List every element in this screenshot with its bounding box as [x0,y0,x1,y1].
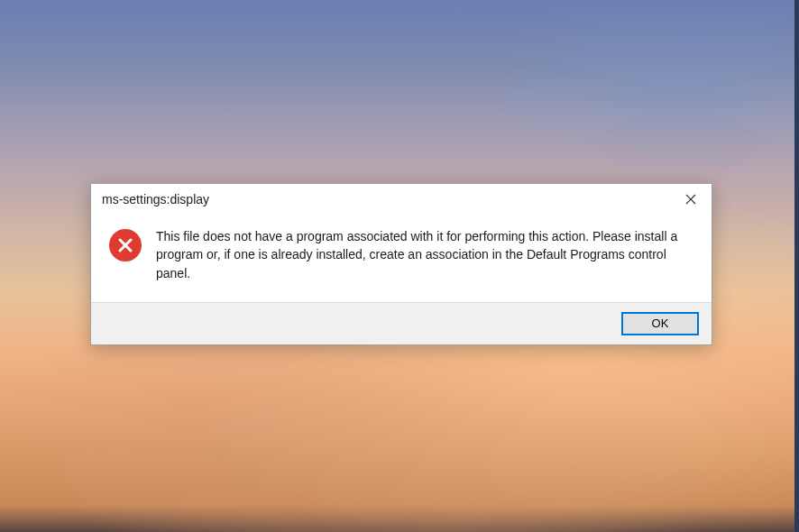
dialog-title: ms-settings:display [102,192,209,206]
dialog-titlebar: ms-settings:display [91,184,712,215]
close-button[interactable] [670,184,712,215]
close-icon [685,194,696,205]
error-dialog: ms-settings:display This file does not h… [90,183,712,345]
dialog-footer: OK [91,302,712,344]
dialog-message: This file does not have a program associ… [156,227,690,282]
dialog-body: This file does not have a program associ… [91,215,712,302]
error-x-icon [109,229,142,261]
ok-button[interactable]: OK [621,312,699,335]
error-icon [109,229,142,261]
